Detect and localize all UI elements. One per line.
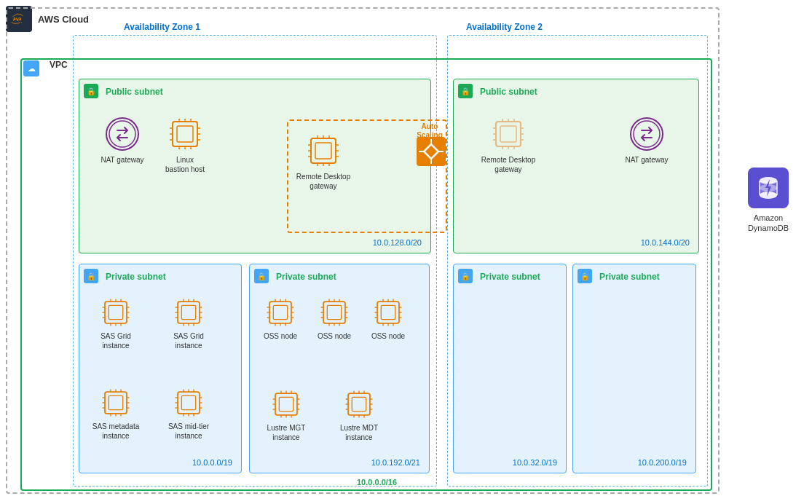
- priv2-cidr: 10.0.192.0/21: [371, 458, 420, 467]
- lock-icon-priv4: 🔒: [578, 269, 592, 283]
- svg-rect-17: [315, 143, 331, 159]
- sas-metadata-container: SAS metadatainstance: [87, 387, 145, 441]
- ps1-cidr: 10.0.128.0/20: [373, 238, 422, 247]
- sas-grid-1-container: SAS Gridinstance: [87, 296, 145, 350]
- linux-bastion-container: Linuxbastion host: [159, 116, 210, 174]
- oss-nodes-row: OSS node OSS node: [256, 296, 413, 341]
- private-subnet-3: 🔒 Private subnet 10.0.32.0/19: [453, 264, 567, 473]
- oss-node-2-icon: [318, 296, 350, 328]
- svg-rect-16: [311, 138, 336, 163]
- sas-grid-1-label: SAS Gridinstance: [100, 331, 131, 350]
- dynamodb-svg: [754, 173, 783, 202]
- lustre-mgt-label: Lustre MGTinstance: [267, 423, 306, 442]
- oss-node-3-container: OSS node: [363, 296, 413, 341]
- sas-grid-2-container: SAS Gridinstance: [159, 296, 218, 350]
- oss-node-3-icon: [372, 296, 404, 328]
- private-subnet-1: 🔒 Private subnet 10.0.0.0/19 SAS Gridins…: [79, 264, 242, 473]
- nat-gateway-2-container: NAT gateway: [621, 116, 672, 165]
- vpc-cloud-icon: ☁: [23, 60, 39, 76]
- priv2-label: Private subnet: [276, 272, 336, 282]
- public-subnet-2: 🔒 Public subnet 10.0.144.0/20 Remote Des…: [453, 79, 699, 253]
- nat-gateway-1-container: NAT gateway: [97, 116, 148, 165]
- priv1-label: Private subnet: [106, 272, 166, 282]
- svg-point-50: [634, 121, 660, 147]
- lustre-mdt-container: Lustre MDTinstance: [330, 388, 388, 442]
- lustre-mgt-container: Lustre MGTinstance: [257, 388, 315, 442]
- oss-node-3-label: OSS node: [371, 331, 405, 341]
- sas-midtier-label: SAS mid-tierinstance: [168, 422, 209, 441]
- sas-metadata-label: SAS metadatainstance: [92, 422, 139, 441]
- svg-rect-35: [496, 122, 521, 146]
- priv1-cidr: 10.0.0.0/19: [192, 458, 232, 467]
- svg-rect-163: [348, 393, 370, 415]
- lock-icon-priv1: 🔒: [84, 269, 98, 283]
- sas-grid-2-icon: [173, 296, 205, 328]
- svg-point-49: [631, 118, 663, 150]
- sas-midtier-container: SAS mid-tierinstance: [159, 387, 218, 441]
- lock-icon-priv2: 🔒: [254, 269, 269, 283]
- linux-bastion-icon: [167, 116, 203, 152]
- svg-rect-149: [275, 393, 297, 415]
- svg-rect-135: [377, 302, 399, 323]
- lustre-row: Lustre MGTinstance Lustre MDTinstance: [257, 388, 388, 442]
- dynamodb-container: AmazonDynamoDB: [736, 168, 801, 234]
- lock-icon-ps1: 🔒: [84, 84, 98, 98]
- svg-rect-52: [109, 305, 122, 319]
- lustre-mdt-label: Lustre MDTinstance: [340, 423, 378, 442]
- lustre-mgt-icon: [270, 388, 302, 420]
- nat-gateway-2-icon: [628, 116, 665, 152]
- nat-gateway-1-icon: [104, 116, 141, 152]
- nat-gateway-1-label: NAT gateway: [100, 155, 143, 165]
- oss-node-1-label: OSS node: [264, 331, 297, 341]
- rdg-1-container: Remote Desktopgateway: [294, 133, 352, 191]
- rdg-1-icon: [305, 133, 342, 169]
- priv3-cidr: 10.0.32.0/19: [513, 458, 557, 467]
- svg-rect-93: [178, 392, 200, 414]
- svg-rect-164: [352, 397, 366, 411]
- private-subnet-2: 🔒 Private subnet 10.0.192.0/21 O: [249, 264, 430, 473]
- svg-point-0: [106, 118, 138, 150]
- svg-rect-136: [381, 305, 395, 319]
- dynamodb-icon: [748, 168, 789, 208]
- oss-node-1-icon: [264, 296, 296, 328]
- svg-rect-94: [181, 395, 195, 409]
- az2-label: Availability Zone 2: [466, 22, 543, 32]
- vpc-label: VPC: [50, 60, 68, 70]
- sas-grid-2-label: SAS Gridinstance: [173, 331, 204, 350]
- lock-icon-ps2: 🔒: [458, 84, 473, 98]
- sas-grid-1-icon: [100, 296, 132, 328]
- private-subnet-4: 🔒 Private subnet 10.0.200.0/19: [572, 264, 696, 473]
- dynamodb-label: AmazonDynamoDB: [748, 213, 789, 234]
- linux-bastion-label: Linuxbastion host: [165, 155, 205, 174]
- az1-label: Availability Zone 1: [124, 22, 200, 32]
- priv4-cidr: 10.0.200.0/19: [638, 458, 687, 467]
- lock-icon-priv3: 🔒: [458, 269, 473, 283]
- lustre-mdt-icon: [343, 388, 375, 420]
- svg-rect-3: [177, 126, 193, 142]
- svg-rect-65: [178, 302, 200, 323]
- svg-rect-51: [105, 302, 127, 323]
- oss-node-2-container: OSS node: [310, 296, 359, 341]
- svg-rect-121: [323, 302, 345, 323]
- svg-rect-80: [109, 395, 122, 409]
- ps2-label: Public subnet: [480, 87, 537, 97]
- vpc-cidr: 10.0.0.0/16: [357, 478, 397, 487]
- rdg-2-container: Remote Desktopgateway: [476, 116, 541, 174]
- rdg-1-label: Remote Desktopgateway: [296, 172, 350, 191]
- priv3-label: Private subnet: [480, 272, 540, 282]
- sas-midtier-icon: [173, 387, 205, 419]
- svg-rect-2: [173, 122, 197, 146]
- svg-rect-66: [181, 305, 195, 319]
- svg-rect-150: [279, 397, 293, 411]
- svg-rect-107: [269, 302, 291, 323]
- oss-node-2-label: OSS node: [318, 331, 351, 341]
- svg-rect-108: [273, 305, 287, 319]
- svg-rect-36: [500, 126, 516, 142]
- svg-point-1: [109, 121, 135, 147]
- nat-gateway-2-label: NAT gateway: [625, 155, 668, 165]
- svg-rect-122: [327, 305, 341, 319]
- auto-scaling-center-icon: [417, 137, 446, 169]
- ps2-cidr: 10.0.144.0/20: [641, 238, 690, 247]
- rdg-2-label: Remote Desktopgateway: [481, 155, 535, 174]
- oss-node-1-container: OSS node: [256, 296, 305, 341]
